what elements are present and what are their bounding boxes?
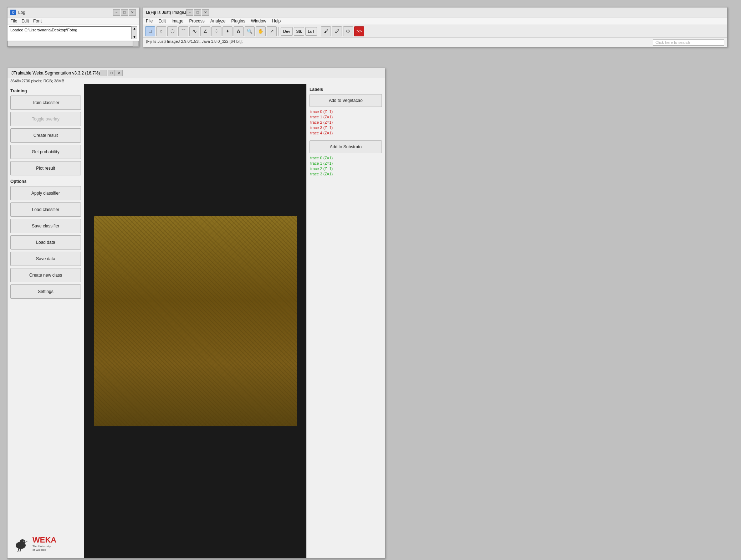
log-scrollbar-vertical[interactable]: ▲ ▼: [132, 26, 137, 39]
log-text-display[interactable]: Loaded C:\Users\maria\Desktop\Fotog: [9, 26, 132, 39]
log-title: Log: [18, 10, 113, 15]
plot-result-button[interactable]: Plot result: [10, 161, 81, 175]
dev-button[interactable]: Dev: [281, 27, 293, 36]
oval-tool-button[interactable]: ○: [156, 26, 166, 36]
imagej-titlebar: IJ (Fiji Is Just) ImageJ − □ ✕: [143, 7, 727, 17]
weka-close-button[interactable]: ✕: [116, 70, 123, 76]
substrato-trace-list: trace 0 (Z=1) trace 1 (Z=1) trace 2 (Z=1…: [310, 155, 382, 176]
toggle-overlay-button[interactable]: Toggle overlay: [10, 112, 81, 126]
imagej-close-button[interactable]: ✕: [202, 9, 209, 16]
log-titlebar: IJ Log − □ ✕: [7, 7, 139, 17]
log-window-controls: − □ ✕: [113, 9, 136, 16]
imagej-search-box[interactable]: Click here to search: [653, 39, 724, 46]
add-to-vegetacao-button[interactable]: Add to Vegetação: [310, 94, 382, 107]
load-classifier-button[interactable]: Load classifier: [10, 202, 81, 217]
imagej-menu-image[interactable]: Image: [172, 19, 183, 24]
eyedropper-button[interactable]: 🖊: [332, 26, 342, 36]
freehand-tool-button[interactable]: ⌒: [178, 26, 188, 36]
log-scrollbar-horizontal[interactable]: [7, 41, 133, 46]
sub-trace-1: trace 1 (Z=1): [310, 161, 382, 166]
imagej-maximize-button[interactable]: □: [194, 9, 201, 16]
veg-trace-4: trace 4 (Z=1): [310, 130, 382, 135]
labels-title: Labels: [310, 87, 382, 92]
apply-classifier-button[interactable]: Apply classifier: [10, 186, 81, 200]
log-menu-file[interactable]: File: [10, 19, 17, 24]
imagej-menu-file[interactable]: File: [146, 19, 153, 24]
veg-trace-2: trace 2 (Z=1): [310, 120, 382, 125]
veg-trace-0: trace 0 (Z=1): [310, 109, 382, 114]
extra-tool-button[interactable]: ⚙: [343, 26, 353, 36]
settings-button[interactable]: Settings: [10, 284, 81, 299]
line-tool-button[interactable]: ∿: [189, 26, 199, 36]
save-classifier-button[interactable]: Save classifier: [10, 219, 81, 233]
sub-trace-2: trace 2 (Z=1): [310, 166, 382, 171]
weka-left-panel: Training Train classifier Toggle overlay…: [7, 84, 84, 558]
weka-canvas-area[interactable]: [84, 84, 306, 558]
imagej-status-text: (Fiji Is Just) ImageJ 2.9.0/1.53t; Java …: [146, 39, 242, 46]
imagej-menu-window[interactable]: Window: [251, 19, 266, 24]
weka-maximize-button[interactable]: □: [108, 70, 115, 76]
svg-point-5: [24, 541, 25, 542]
paint-tool-button[interactable]: 🖌: [321, 26, 331, 36]
imagej-menu-help[interactable]: Help: [272, 19, 281, 24]
weka-image-display: [94, 216, 297, 426]
create-result-button[interactable]: Create result: [10, 128, 81, 143]
imagej-title: (Fiji Is Just) ImageJ: [149, 10, 186, 15]
log-maximize-button[interactable]: □: [121, 9, 128, 16]
toolbar-separator-1: [278, 27, 279, 36]
lut-button[interactable]: LuT: [305, 27, 317, 36]
weka-window-controls: − □ ✕: [100, 70, 123, 76]
log-menu-font[interactable]: Font: [33, 19, 42, 24]
magnifier-tool-button[interactable]: 🔍: [245, 26, 255, 36]
svg-point-1: [20, 539, 25, 544]
stk-button[interactable]: Stk: [294, 27, 305, 36]
veg-trace-1: trace 1 (Z=1): [310, 114, 382, 119]
log-close-button[interactable]: ✕: [129, 9, 136, 16]
add-to-substrato-button[interactable]: Add to Substrato: [310, 140, 382, 153]
polygon-tool-button[interactable]: ⬡: [167, 26, 177, 36]
rectangle-tool-button[interactable]: □: [145, 26, 155, 36]
multipoint-tool-button[interactable]: ⁛: [211, 26, 221, 36]
train-classifier-button[interactable]: Train classifier: [10, 96, 81, 110]
weka-minimize-button[interactable]: −: [100, 70, 107, 76]
log-menubar: File Edit Font: [7, 17, 139, 25]
svg-marker-2: [25, 541, 28, 543]
get-probability-button[interactable]: Get probability: [10, 145, 81, 159]
weka-title: Trainable Weka Segmentation v3.3.2 (16.7…: [14, 71, 100, 76]
imagej-window-controls: − □ ✕: [186, 9, 209, 16]
weka-image-info: 3648×2736 pixels; RGB; 38MB: [7, 78, 385, 84]
weka-bird-icon: [12, 535, 30, 553]
angle-tool-button[interactable]: ∠: [200, 26, 210, 36]
hand-tool-button[interactable]: ✋: [256, 26, 266, 36]
imagej-menu-plugins[interactable]: Plugins: [231, 19, 245, 24]
more-tools-button[interactable]: >>: [354, 26, 364, 36]
log-minimize-button[interactable]: −: [113, 9, 120, 16]
toolbar-separator-2: [319, 27, 319, 36]
imagej-menu-edit[interactable]: Edit: [158, 19, 166, 24]
log-scrollbar-horizontal-container: [7, 41, 139, 46]
imagej-minimize-button[interactable]: −: [186, 9, 193, 16]
weka-right-panel: Labels Add to Vegetação trace 0 (Z=1) tr…: [306, 84, 385, 558]
create-new-class-button[interactable]: Create new class: [10, 268, 81, 282]
log-menu-edit[interactable]: Edit: [21, 19, 29, 24]
log-content-area: Loaded C:\Users\maria\Desktop\Fotog ▲ ▼: [7, 25, 139, 41]
weka-sub-line1: The University: [32, 545, 56, 548]
imagej-menu-process[interactable]: Process: [189, 19, 204, 24]
weka-window: IJ Trainable Weka Segmentation v3.3.2 (1…: [7, 68, 385, 559]
weka-app-icon: IJ: [10, 71, 14, 76]
training-section-label: Training: [10, 88, 81, 93]
log-scroll-corner: [133, 41, 139, 47]
log-app-icon: IJ: [10, 10, 16, 15]
sub-trace-0: trace 0 (Z=1): [310, 155, 382, 160]
svg-line-3: [18, 548, 19, 552]
sub-trace-3: trace 3 (Z=1): [310, 171, 382, 176]
imagej-menu-analyze[interactable]: Analyze: [210, 19, 226, 24]
svg-line-4: [20, 549, 21, 552]
load-data-button[interactable]: Load data: [10, 235, 81, 250]
save-data-button[interactable]: Save data: [10, 252, 81, 266]
wand-tool-button[interactable]: ✦: [223, 26, 232, 36]
veg-trace-3: trace 3 (Z=1): [310, 125, 382, 130]
text-tool-button[interactable]: A: [234, 26, 244, 36]
arrow-tool-button[interactable]: ↗: [267, 26, 277, 36]
imagej-toolbar: □ ○ ⬡ ⌒ ∿ ∠ ⁛ ✦ A 🔍 ✋ ↗ Dev Stk LuT 🖌 🖊 …: [143, 25, 727, 38]
